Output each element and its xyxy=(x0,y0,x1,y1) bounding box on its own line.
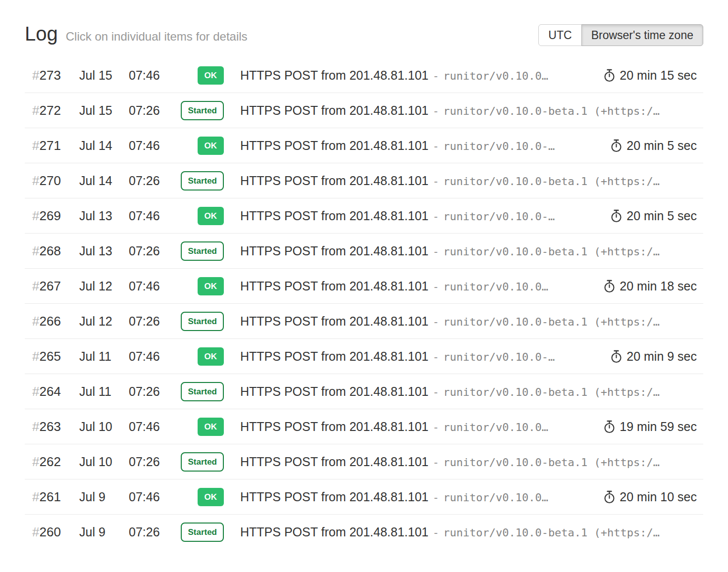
event-description: HTTPS POST from 201.48.81.101-runitor/v0… xyxy=(224,279,592,293)
event-date: Jul 13 xyxy=(79,244,129,258)
log-row[interactable]: #260Jul 907:26StartedHTTPS POST from 201… xyxy=(25,515,703,550)
user-agent-text: runitor/v0.10.0-beta.1 (+https:/… xyxy=(443,316,660,328)
status-badge: OK xyxy=(198,207,224,225)
status-badge-cell: OK xyxy=(198,347,224,366)
log-row[interactable]: #272Jul 1507:26StartedHTTPS POST from 20… xyxy=(25,93,703,128)
event-duration: 20 min 18 sec xyxy=(592,279,697,293)
timezone-toggle: UTC Browser's time zone xyxy=(538,24,703,46)
request-summary: HTTPS POST from 201.48.81.101 xyxy=(240,244,428,258)
event-time: 07:46 xyxy=(129,209,163,223)
log-row[interactable]: #270Jul 1407:26StartedHTTPS POST from 20… xyxy=(25,163,703,198)
request-summary: HTTPS POST from 201.48.81.101 xyxy=(240,349,428,363)
event-number: #263 xyxy=(32,419,79,434)
request-summary: HTTPS POST from 201.48.81.101 xyxy=(240,420,428,433)
event-number: #273 xyxy=(32,68,79,83)
event-description: HTTPS POST from 201.48.81.101-runitor/v0… xyxy=(224,209,599,223)
user-agent-text: runitor/v0.10.0-… xyxy=(443,210,555,223)
hash-prefix: # xyxy=(32,173,39,188)
event-time: 07:46 xyxy=(129,490,163,504)
user-agent-text: runitor/v0.10.0… xyxy=(443,70,548,82)
separator-dash: - xyxy=(434,210,438,223)
separator-dash: - xyxy=(434,315,438,328)
status-badge: Started xyxy=(181,171,224,191)
event-time: 07:26 xyxy=(129,103,163,118)
separator-dash: - xyxy=(434,491,438,504)
event-number: #265 xyxy=(32,349,79,364)
log-row[interactable]: #266Jul 1207:26StartedHTTPS POST from 20… xyxy=(25,304,703,339)
event-duration: 20 min 5 sec xyxy=(599,139,697,153)
status-badge-cell: Started xyxy=(181,312,224,331)
separator-dash: - xyxy=(434,140,438,152)
duration-text: 20 min 9 sec xyxy=(626,349,697,364)
status-badge: Started xyxy=(181,312,224,331)
status-badge: Started xyxy=(181,452,224,472)
request-summary: HTTPS POST from 201.48.81.101 xyxy=(240,209,428,223)
hash-prefix: # xyxy=(32,68,39,83)
event-description: HTTPS POST from 201.48.81.101-runitor/v0… xyxy=(224,68,592,83)
page-header: Log Click on individual items for detail… xyxy=(25,0,703,46)
log-table: #273Jul 1507:46OKHTTPS POST from 201.48.… xyxy=(25,58,703,550)
log-row[interactable]: #264Jul 1107:26StartedHTTPS POST from 20… xyxy=(25,374,703,409)
event-time: 07:26 xyxy=(129,455,163,469)
event-date: Jul 11 xyxy=(79,384,129,399)
request-summary: HTTPS POST from 201.48.81.101 xyxy=(240,455,428,469)
event-date: Jul 15 xyxy=(79,103,129,118)
event-number: #270 xyxy=(32,173,79,189)
utc-button[interactable]: UTC xyxy=(538,24,581,46)
event-number: #261 xyxy=(32,489,79,505)
log-row[interactable]: #269Jul 1307:46OKHTTPS POST from 201.48.… xyxy=(25,198,703,234)
request-summary: HTTPS POST from 201.48.81.101 xyxy=(240,314,428,328)
duration-text: 20 min 18 sec xyxy=(620,279,697,293)
stopwatch-icon xyxy=(610,139,623,152)
status-badge-cell: OK xyxy=(198,488,224,506)
status-badge-cell: OK xyxy=(198,66,224,85)
user-agent-text: runitor/v0.10.0-… xyxy=(443,351,555,363)
event-number: #267 xyxy=(32,279,79,294)
separator-dash: - xyxy=(434,385,438,398)
status-badge-cell: OK xyxy=(198,277,224,295)
separator-dash: - xyxy=(434,350,438,363)
event-number: #262 xyxy=(32,454,79,470)
status-badge: Started xyxy=(181,523,224,542)
hash-prefix: # xyxy=(32,419,39,434)
event-time: 07:46 xyxy=(129,420,163,434)
request-summary: HTTPS POST from 201.48.81.101 xyxy=(240,279,428,293)
event-time: 07:26 xyxy=(129,174,163,188)
event-description: HTTPS POST from 201.48.81.101-runitor/v0… xyxy=(224,244,697,258)
stopwatch-icon xyxy=(603,280,616,293)
log-row[interactable]: #263Jul 1007:46OKHTTPS POST from 201.48.… xyxy=(25,409,703,444)
request-summary: HTTPS POST from 201.48.81.101 xyxy=(240,384,428,398)
duration-text: 20 min 5 sec xyxy=(626,139,697,153)
hash-prefix: # xyxy=(32,279,39,293)
event-duration: 19 min 59 sec xyxy=(592,420,697,434)
browser-timezone-button[interactable]: Browser's time zone xyxy=(581,24,703,46)
stopwatch-icon xyxy=(603,69,616,82)
hash-prefix: # xyxy=(32,208,39,223)
event-date: Jul 9 xyxy=(79,490,129,504)
separator-dash: - xyxy=(434,104,438,117)
duration-text: 20 min 5 sec xyxy=(626,209,697,223)
hash-prefix: # xyxy=(32,138,39,153)
stopwatch-icon xyxy=(603,420,616,433)
hash-prefix: # xyxy=(32,454,39,469)
event-duration: 20 min 15 sec xyxy=(592,68,697,83)
log-row[interactable]: #261Jul 907:46OKHTTPS POST from 201.48.8… xyxy=(25,479,703,515)
log-row[interactable]: #267Jul 1207:46OKHTTPS POST from 201.48.… xyxy=(25,269,703,304)
event-description: HTTPS POST from 201.48.81.101-runitor/v0… xyxy=(224,139,599,153)
request-summary: HTTPS POST from 201.48.81.101 xyxy=(240,139,428,152)
separator-dash: - xyxy=(434,280,438,293)
log-row[interactable]: #265Jul 1107:46OKHTTPS POST from 201.48.… xyxy=(25,339,703,374)
event-time: 07:46 xyxy=(129,139,163,153)
status-badge-cell: OK xyxy=(198,418,224,436)
event-description: HTTPS POST from 201.48.81.101-runitor/v0… xyxy=(224,103,697,118)
hash-prefix: # xyxy=(32,384,39,399)
log-row[interactable]: #273Jul 1507:46OKHTTPS POST from 201.48.… xyxy=(25,58,703,93)
status-badge-cell: OK xyxy=(198,137,224,155)
status-badge: Started xyxy=(181,101,224,120)
log-row[interactable]: #262Jul 1007:26StartedHTTPS POST from 20… xyxy=(25,444,703,479)
log-row[interactable]: #268Jul 1307:26StartedHTTPS POST from 20… xyxy=(25,234,703,269)
event-time: 07:46 xyxy=(129,68,163,83)
event-number: #266 xyxy=(32,314,79,329)
status-badge: Started xyxy=(181,241,224,261)
log-row[interactable]: #271Jul 1407:46OKHTTPS POST from 201.48.… xyxy=(25,128,703,163)
